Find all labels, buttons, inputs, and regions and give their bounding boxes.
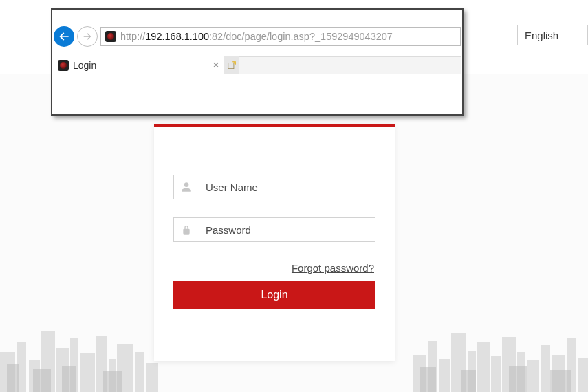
browser-window: http://192.168.1.100:82/doc/page/login.a… xyxy=(51,8,464,116)
svg-rect-17 xyxy=(477,342,490,392)
svg-rect-16 xyxy=(468,351,476,392)
site-favicon-icon xyxy=(105,31,116,42)
back-button[interactable] xyxy=(54,26,74,47)
svg-rect-14 xyxy=(439,359,450,392)
svg-rect-7 xyxy=(96,336,107,392)
language-select[interactable]: English xyxy=(517,25,588,45)
svg-rect-34 xyxy=(228,63,234,69)
svg-rect-30 xyxy=(420,367,436,392)
tab-title: Login xyxy=(73,60,96,71)
user-icon xyxy=(174,175,199,199)
svg-rect-19 xyxy=(502,337,516,392)
svg-rect-1 xyxy=(17,342,26,392)
svg-rect-4 xyxy=(56,348,69,392)
browser-nav-row: http://192.168.1.100:82/doc/page/login.a… xyxy=(54,26,461,47)
svg-rect-21 xyxy=(527,360,539,392)
svg-rect-25 xyxy=(578,358,588,392)
svg-rect-24 xyxy=(567,338,576,392)
new-tab-button[interactable] xyxy=(224,56,239,74)
forward-button[interactable] xyxy=(77,26,98,47)
login-button[interactable]: Login xyxy=(173,281,375,309)
lock-icon xyxy=(174,218,199,241)
svg-rect-23 xyxy=(552,355,565,392)
svg-rect-29 xyxy=(103,371,122,392)
svg-rect-27 xyxy=(33,369,51,392)
url-host: 192.168.1.100 xyxy=(145,31,209,42)
svg-rect-22 xyxy=(541,345,550,392)
svg-rect-31 xyxy=(461,370,476,392)
svg-rect-20 xyxy=(517,352,525,392)
url-prefix: http:// xyxy=(120,31,145,42)
url-text: http://192.168.1.100:82/doc/page/login.a… xyxy=(120,31,393,42)
username-field-wrapper xyxy=(173,175,375,199)
password-input[interactable] xyxy=(199,219,375,241)
svg-rect-8 xyxy=(109,359,116,392)
password-field-wrapper xyxy=(173,217,375,242)
address-bar[interactable]: http://192.168.1.100:82/doc/page/login.a… xyxy=(100,27,461,46)
url-rest: :82/doc/page/login.asp?_1592949043207 xyxy=(209,31,393,42)
svg-rect-33 xyxy=(550,370,571,392)
tab-bar: Login × xyxy=(54,56,461,74)
svg-rect-13 xyxy=(428,341,437,392)
svg-rect-10 xyxy=(135,352,144,392)
tab-login[interactable]: Login × xyxy=(54,56,224,74)
tab-favicon-icon xyxy=(58,60,69,71)
svg-point-35 xyxy=(233,61,236,64)
svg-rect-2 xyxy=(29,360,40,392)
svg-rect-0 xyxy=(0,352,15,392)
svg-rect-28 xyxy=(62,366,76,392)
username-input[interactable] xyxy=(199,176,375,198)
svg-rect-32 xyxy=(509,366,527,392)
svg-rect-26 xyxy=(7,364,19,392)
svg-rect-11 xyxy=(146,363,158,392)
forgot-password-link[interactable]: Forgot password? xyxy=(292,262,374,274)
svg-rect-9 xyxy=(117,344,133,392)
svg-rect-12 xyxy=(413,355,426,392)
svg-rect-15 xyxy=(451,333,466,392)
login-card: Forgot password? Login xyxy=(154,124,395,361)
svg-rect-3 xyxy=(41,331,55,392)
close-icon[interactable]: × xyxy=(213,58,219,72)
language-select-value: English xyxy=(525,30,558,41)
svg-rect-6 xyxy=(80,353,95,392)
svg-rect-18 xyxy=(491,356,501,392)
svg-rect-5 xyxy=(70,338,78,392)
